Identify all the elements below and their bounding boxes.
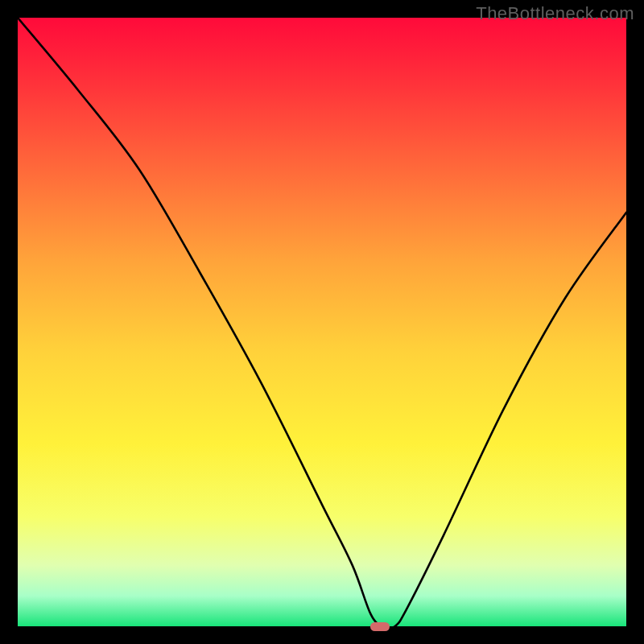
optimum-marker bbox=[370, 622, 390, 631]
plot-area bbox=[18, 18, 626, 626]
gradient-background bbox=[18, 18, 626, 626]
chart-svg bbox=[18, 18, 626, 626]
watermark-text: TheBottleneck.com bbox=[476, 3, 634, 24]
chart-frame: TheBottleneck.com bbox=[0, 0, 644, 644]
